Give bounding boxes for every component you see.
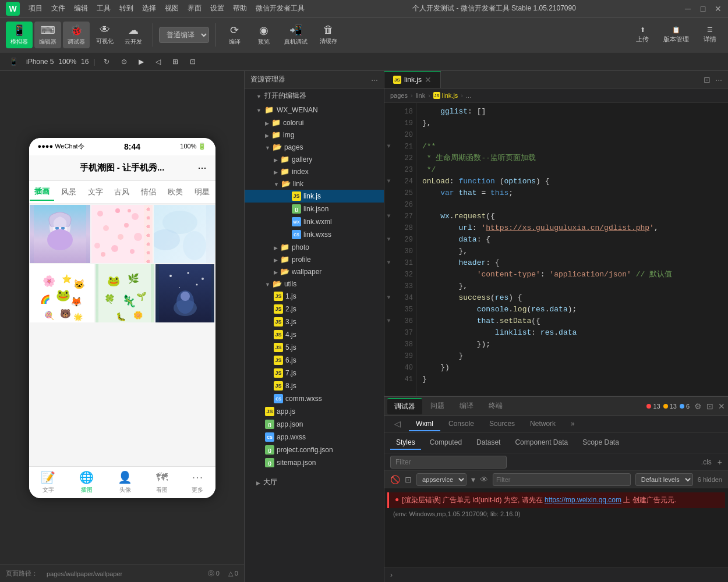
tree-item-colorui[interactable]: 📁 colorui [245, 116, 384, 129]
tree-item-2js[interactable]: JS 2.js [245, 303, 384, 315]
computed-tab[interactable]: Computed [424, 436, 468, 450]
fold-btn-18[interactable] [384, 106, 393, 118]
tree-item-appjson[interactable]: {} app.json [245, 418, 384, 431]
compile-tab[interactable]: 编译 [453, 398, 480, 414]
issues-tab[interactable]: 问题 [423, 398, 451, 414]
device-icon[interactable]: 📱 [6, 56, 22, 67]
tree-item-comm-wxss[interactable]: CS comm.wxss [245, 392, 384, 405]
phone-nav-more[interactable]: ··· [197, 162, 206, 174]
console-levels-select[interactable]: Default levels [635, 473, 693, 486]
phone-tab-text[interactable]: 文字 [83, 184, 108, 200]
tree-item-link-wxss[interactable]: CS link.wxss [245, 228, 384, 241]
realtest-button[interactable]: 📲 真机调试 [280, 22, 312, 48]
phone-tab-illustration[interactable]: 插画 [30, 183, 54, 201]
tree-item-link[interactable]: 📂 link [245, 178, 384, 190]
visual-button[interactable]: 👁 可视化 [91, 22, 118, 48]
menu-view[interactable]: 视图 [165, 3, 179, 13]
tree-item-sitemap[interactable]: {} sitemap.json [245, 456, 384, 469]
breadcrumb-more[interactable]: ... [466, 92, 471, 99]
filter-input[interactable] [390, 456, 507, 469]
console-filter-toggle[interactable]: ⊡ [405, 475, 412, 484]
tree-item-index[interactable]: 📁 index [245, 165, 384, 178]
fold-btn-19[interactable] [384, 118, 393, 129]
console-filter-input[interactable] [493, 473, 631, 486]
version-button[interactable]: 📋 版本管理 [658, 24, 695, 46]
opened-editors-header[interactable]: 打开的编辑器 [245, 88, 384, 103]
fold-btn-34[interactable]: ▼ [384, 292, 393, 304]
code-content[interactable]: gglist: [] }, /** * 生命周期函数--监听页面加载 */ on… [416, 103, 728, 396]
phone-tab-ancient[interactable]: 古风 [109, 184, 134, 200]
tree-item-7js[interactable]: JS 7.js [245, 367, 384, 379]
phone-tab-scenery[interactable]: 风景 [56, 184, 81, 200]
dating-header[interactable]: 大厅 [245, 475, 384, 489]
fold-btn-27[interactable]: ▼ [384, 211, 393, 222]
tree-item-utils[interactable]: 📂 utils [245, 278, 384, 290]
component-data-tab[interactable]: Component Data [509, 436, 574, 450]
close-button[interactable]: ✕ [714, 5, 722, 13]
menu-edit[interactable]: 编辑 [74, 3, 88, 13]
debugger-tab[interactable]: 调试器 [387, 398, 422, 414]
fold-btn-31[interactable]: ▼ [384, 257, 393, 269]
debug-settings-button[interactable]: ⚙ [694, 402, 702, 411]
tree-item-6js[interactable]: JS 6.js [245, 354, 384, 367]
menu-help[interactable]: 帮助 [233, 3, 247, 13]
maximize-button[interactable]: □ [699, 5, 707, 13]
tree-item-4js[interactable]: JS 4.js [245, 328, 384, 341]
bottom-tab-map[interactable]: 🗺 看图 [156, 471, 168, 494]
fold-btn-36[interactable]: ▼ [384, 315, 393, 327]
bottom-tab-more[interactable]: ⋯ 更多 [192, 470, 203, 494]
grid-item-6[interactable] [156, 264, 214, 322]
console-prompt-input[interactable] [395, 571, 722, 579]
tree-item-wallpaper[interactable]: 📂 wallpaper [245, 265, 384, 278]
preview-button[interactable]: ◉ 预览 [250, 22, 277, 48]
tree-item-pages[interactable]: 📂 pages [245, 141, 384, 153]
menu-wechat[interactable]: 微信开发者工具 [256, 3, 305, 13]
menu-file[interactable]: 文件 [51, 3, 65, 13]
tab-close-button[interactable]: ✕ [425, 75, 432, 84]
terminal-tab[interactable]: 终端 [482, 398, 510, 414]
minimize-button[interactable]: ─ [684, 5, 692, 13]
tree-item-5js[interactable]: JS 5.js [245, 341, 384, 354]
tree-item-1js[interactable]: JS 1.js [245, 290, 384, 303]
phone-tab-couple[interactable]: 情侣 [136, 184, 161, 200]
tree-item-appwxss[interactable]: CS app.wxss [245, 431, 384, 443]
debug-layout-button[interactable]: ⊡ [706, 402, 713, 411]
filter-add-button[interactable]: + [718, 457, 722, 467]
fold-btn-21[interactable]: ▼ [384, 141, 393, 152]
breadcrumb-file[interactable]: JS link.js [433, 92, 458, 99]
grid-item-3[interactable] [154, 205, 215, 263]
console-context-select[interactable]: appservice [416, 473, 467, 486]
tree-item-link-wxml[interactable]: WX link.wxml [245, 215, 384, 228]
cls-label[interactable]: .cls [701, 458, 712, 466]
mode-select[interactable]: 普通编译 [159, 27, 209, 43]
tree-item-3js[interactable]: JS 3.js [245, 315, 384, 328]
scope-data-tab[interactable]: Scope Data [577, 436, 625, 450]
grid-item-1[interactable] [30, 205, 91, 263]
breadcrumb-link[interactable]: link [416, 92, 426, 99]
tree-item-link-json[interactable]: {} link.json [245, 203, 384, 215]
network-button[interactable]: ⊞ [169, 56, 182, 67]
fold-btn-20[interactable] [384, 129, 393, 141]
sub-tab-wxml[interactable]: Wxml [409, 417, 440, 431]
menu-select[interactable]: 选择 [142, 3, 156, 13]
debug-close-button[interactable]: ✕ [718, 402, 725, 411]
fold-btn-29[interactable]: ▼ [384, 234, 393, 246]
bottom-tab-illustration[interactable]: 🌐 插图 [79, 470, 94, 494]
bottom-tab-text[interactable]: 📝 文字 [41, 470, 55, 494]
sub-tab-console[interactable]: Console [441, 417, 481, 431]
tree-item-appjs[interactable]: JS app.js [245, 405, 384, 418]
console-clear-button[interactable]: 🚫 [390, 475, 400, 484]
split-editor-button[interactable]: ⊡ [704, 75, 711, 84]
compile-button[interactable]: ⟳ 编译 [221, 22, 248, 48]
sub-tab-sources[interactable]: Sources [482, 417, 522, 431]
debugger-button[interactable]: 🐞 调试器 [63, 22, 90, 48]
tree-item-img[interactable]: 📁 img [245, 129, 384, 141]
tools2-button[interactable]: ⊡ [186, 56, 199, 67]
menu-interface[interactable]: 界面 [188, 3, 202, 13]
grid-item-4[interactable]: 🌸 ⭐ 🐱 🌈 🐸 🦊 🍭 🐻 🌟 [30, 264, 94, 322]
menu-goto[interactable]: 转到 [119, 3, 133, 13]
tree-item-photo[interactable]: 📁 photo [245, 241, 384, 253]
tree-item-gallery[interactable]: 📁 gallery [245, 153, 384, 165]
editor-more-button[interactable]: ··· [715, 75, 722, 84]
file-tree-more-button[interactable]: ··· [371, 75, 378, 84]
